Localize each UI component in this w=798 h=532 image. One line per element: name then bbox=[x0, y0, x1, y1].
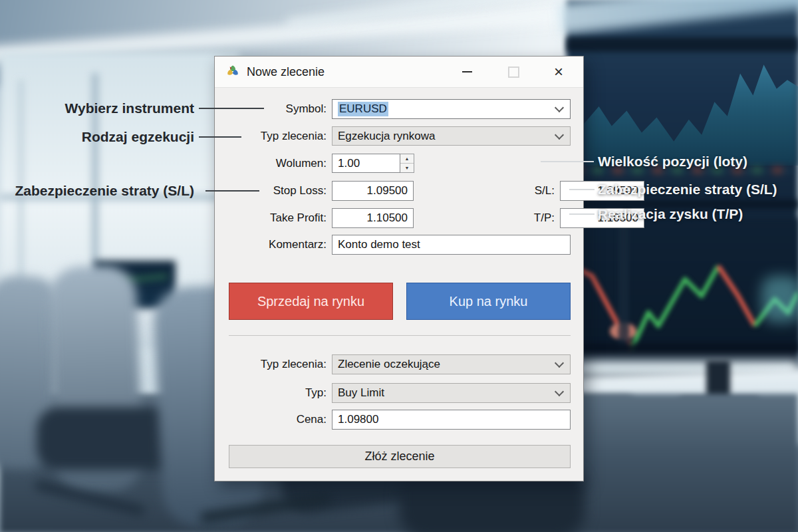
sl-label: S/L: bbox=[501, 184, 560, 198]
sell-button[interactable]: Sprzedaj na rynku bbox=[229, 283, 393, 320]
dialog-titlebar[interactable]: Nowe zlecenie × bbox=[215, 57, 583, 88]
submit-order-button[interactable]: Złóż zlecenie bbox=[229, 445, 571, 468]
sl-input[interactable] bbox=[560, 181, 644, 201]
minimize-icon bbox=[462, 71, 472, 72]
take-profit-input[interactable] bbox=[332, 208, 414, 228]
comment-input[interactable] bbox=[332, 235, 571, 255]
order-type-value: Egzekucja rynkowa bbox=[338, 130, 435, 143]
bg-window-mullion bbox=[0, 194, 229, 200]
price-row: Cena: bbox=[215, 410, 583, 430]
spin-down-icon[interactable]: ▼ bbox=[400, 164, 414, 172]
take-profit-label: Take Profit: bbox=[215, 211, 332, 225]
maximize-icon bbox=[508, 66, 519, 78]
bg-monitor-bottom bbox=[567, 343, 798, 354]
volume-stepper: ▲ ▼ bbox=[332, 154, 414, 173]
symbol-value: EURUSD bbox=[338, 102, 388, 116]
section-divider bbox=[229, 335, 571, 336]
dialog-title: Nowe zlecenie bbox=[247, 65, 325, 79]
pending-order-type-value: Zlecenie oczekujące bbox=[338, 358, 440, 371]
maximize-button[interactable] bbox=[498, 57, 529, 87]
pending-type-row: Typ: Buy Limit bbox=[215, 383, 583, 403]
minimize-button[interactable] bbox=[452, 57, 482, 87]
chevron-down-icon[interactable] bbox=[555, 358, 564, 368]
pending-type-combobox[interactable]: Buy Limit bbox=[332, 383, 571, 403]
comment-row: Komentarz: bbox=[215, 235, 583, 255]
price-input[interactable] bbox=[332, 410, 571, 430]
tp-label: T/P: bbox=[501, 211, 560, 225]
tp-input[interactable] bbox=[560, 208, 644, 228]
volume-spin-buttons: ▲ ▼ bbox=[400, 154, 414, 173]
volume-row: Wolumen: ▲ ▼ bbox=[215, 154, 583, 173]
stop-loss-label: Stop Loss: bbox=[215, 184, 332, 198]
bg-ticker-strip bbox=[573, 168, 793, 173]
symbol-label: Symbol: bbox=[215, 102, 332, 116]
price-label: Cena: bbox=[215, 413, 332, 426]
pending-order-type-label: Typ zlecenia: bbox=[215, 358, 332, 371]
volume-input[interactable] bbox=[332, 154, 400, 173]
buy-button[interactable]: Kup na rynku bbox=[406, 283, 571, 320]
order-type-label: Typ zlecenia: bbox=[215, 130, 332, 143]
take-profit-row: Take Profit: T/P: bbox=[215, 208, 583, 228]
spin-up-icon[interactable]: ▲ bbox=[400, 154, 414, 164]
bg-monitor-shelf bbox=[567, 200, 798, 209]
bg-teal-glow bbox=[761, 276, 798, 323]
close-button[interactable]: × bbox=[543, 57, 574, 87]
order-type-row: Typ zlecenia: Egzekucja rynkowa bbox=[215, 126, 583, 146]
bg-monitor-bezel bbox=[567, 37, 798, 52]
stop-loss-input[interactable] bbox=[332, 181, 414, 201]
symbol-combobox[interactable]: EURUSD bbox=[332, 99, 571, 119]
chevron-down-icon[interactable] bbox=[555, 103, 564, 112]
volume-label: Wolumen: bbox=[215, 157, 332, 170]
chevron-down-icon[interactable] bbox=[555, 387, 564, 396]
pending-order-type-row: Typ zlecenia: Zlecenie oczekujące bbox=[215, 354, 583, 374]
chevron-down-icon[interactable] bbox=[555, 130, 564, 139]
pending-type-value: Buy Limit bbox=[338, 386, 384, 400]
symbol-row: Symbol: EURUSD bbox=[215, 99, 583, 119]
new-order-dialog: Nowe zlecenie × Symbol: EURUSD Typ zlece… bbox=[214, 56, 584, 481]
stop-loss-row: Stop Loss: S/L: bbox=[215, 181, 583, 201]
comment-label: Komentarz: bbox=[215, 238, 332, 251]
order-type-combobox[interactable]: Egzekucja rynkowa bbox=[332, 126, 571, 146]
metatrader-logo-icon bbox=[225, 65, 240, 79]
pending-order-type-combobox[interactable]: Zlecenie oczekujące bbox=[332, 354, 571, 374]
pending-type-label: Typ: bbox=[215, 386, 332, 400]
